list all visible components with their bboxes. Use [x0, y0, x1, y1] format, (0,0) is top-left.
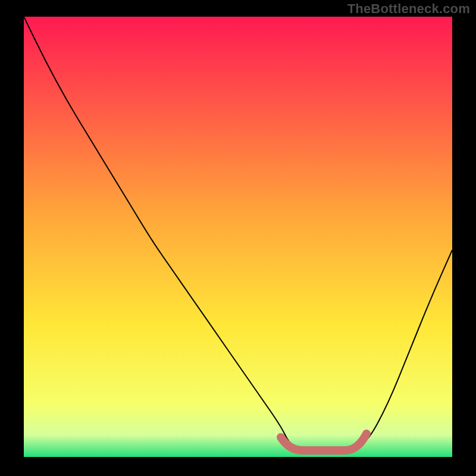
watermark-text: TheBottleneck.com — [347, 1, 470, 17]
gradient-background — [24, 17, 452, 457]
chart-frame: TheBottleneck.com — [0, 0, 476, 476]
plot-svg — [24, 17, 452, 457]
plot-area — [24, 17, 452, 457]
